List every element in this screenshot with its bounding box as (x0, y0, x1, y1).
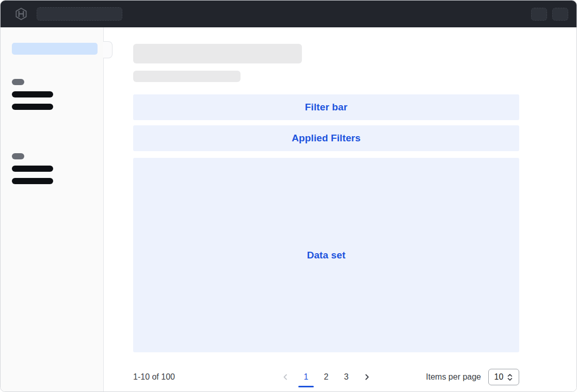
sidebar-item-skeleton[interactable] (12, 178, 53, 184)
caret-sort-icon (507, 373, 513, 381)
filter-bar-label: Filter bar (305, 102, 347, 113)
applied-filters-section: Applied Filters (133, 125, 519, 151)
page-button-2[interactable]: 2 (322, 372, 331, 382)
navbar-action-placeholder-1[interactable] (531, 8, 547, 21)
chevron-left-icon[interactable] (280, 372, 291, 382)
navbar-action-placeholder-2[interactable] (552, 8, 568, 21)
sidebar (1, 27, 104, 391)
chevron-right-icon[interactable] (362, 372, 372, 382)
pager: 1 2 3 (280, 372, 372, 382)
sidebar-group-label-skeleton-2 (12, 153, 24, 159)
items-per-page-label: Items per page (426, 372, 481, 382)
navbar-actions (531, 8, 568, 21)
main-row: Filter bar Applied Filters Data set 1-10… (1, 27, 576, 391)
filter-bar-section: Filter bar (133, 94, 519, 120)
items-per-page-select[interactable]: 10 (488, 369, 519, 385)
sidebar-toggle-handle[interactable] (103, 41, 113, 58)
page-button-1[interactable]: 1 (301, 372, 311, 382)
sidebar-item-skeleton[interactable] (12, 104, 53, 110)
page-title-skeleton (133, 44, 302, 63)
pagination-range-label: 1-10 of 100 (133, 372, 175, 382)
sidebar-item-skeleton[interactable] (12, 91, 53, 97)
items-per-page-group: Items per page 10 (426, 369, 519, 385)
pagination-bar: 1-10 of 100 1 2 3 Items per page 10 (133, 366, 519, 388)
sidebar-group-label-skeleton-1 (12, 79, 24, 85)
data-set-section: Data set (133, 158, 519, 352)
items-per-page-value: 10 (494, 372, 504, 382)
data-set-label: Data set (307, 250, 346, 261)
sidebar-item-skeleton[interactable] (12, 166, 53, 172)
applied-filters-label: Applied Filters (292, 133, 360, 144)
page-subtitle-skeleton (133, 71, 241, 82)
main-content: Filter bar Applied Filters Data set 1-10… (104, 27, 576, 391)
sidebar-active-item-skeleton[interactable] (12, 43, 98, 55)
navbar-search-placeholder[interactable] (37, 7, 122, 21)
app-window: Filter bar Applied Filters Data set 1-10… (0, 0, 577, 392)
hashicorp-logo-icon (14, 7, 28, 21)
page-button-3[interactable]: 3 (342, 372, 351, 382)
top-navbar (1, 1, 576, 27)
